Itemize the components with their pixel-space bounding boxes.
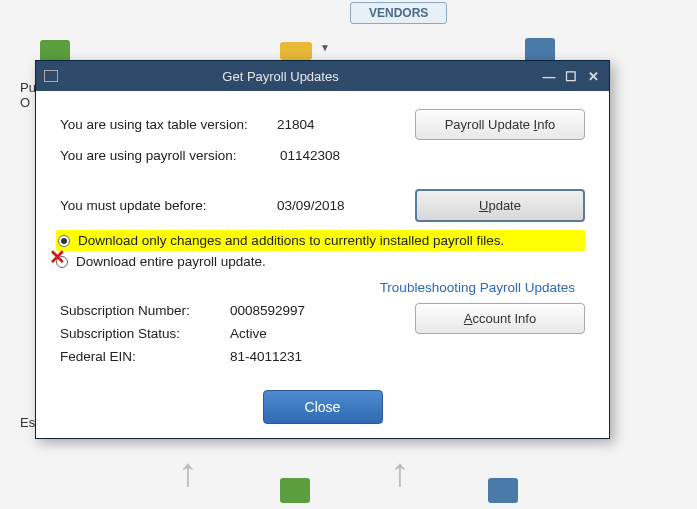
radio-download-changes[interactable]: Download only changes and additions to c…	[56, 230, 585, 251]
titlebar: Get Payroll Updates — ☐ ✕	[36, 61, 609, 91]
dialog-title: Get Payroll Updates	[66, 69, 535, 84]
must-update-value: 03/09/2018	[277, 198, 415, 213]
close-button[interactable]: Close	[263, 390, 383, 424]
radio-icon	[56, 256, 68, 268]
minimize-button[interactable]: —	[541, 69, 557, 84]
radio-download-entire[interactable]: Download entire payroll update.	[56, 251, 585, 272]
payroll-updates-dialog: Get Payroll Updates — ☐ ✕ You are using …	[35, 60, 610, 439]
radio-label: Download only changes and additions to c…	[78, 233, 504, 248]
bg-label: Pu	[20, 80, 36, 95]
maximize-button[interactable]: ☐	[563, 69, 579, 84]
tax-version-value: 21804	[277, 117, 415, 132]
federal-ein-value: 81-4011231	[230, 349, 415, 364]
ledger-icon	[280, 478, 310, 503]
subscription-status-value: Active	[230, 326, 415, 341]
federal-ein-label: Federal EIN:	[60, 349, 230, 364]
system-menu-icon[interactable]	[44, 70, 58, 82]
payroll-version-value: 01142308	[280, 148, 420, 163]
subscription-number-value: 0008592997	[230, 303, 415, 318]
update-button[interactable]: Update	[415, 189, 585, 222]
bg-label: O	[20, 95, 30, 110]
subscription-number-label: Subscription Number:	[60, 303, 230, 318]
radio-label: Download entire payroll update.	[76, 254, 266, 269]
chevron-down-icon[interactable]: ▼	[320, 42, 330, 53]
truck-icon	[280, 42, 312, 60]
payroll-version-label: You are using payroll version:	[60, 148, 280, 163]
tax-version-label: You are using tax table version:	[60, 117, 277, 132]
must-update-label: You must update before:	[60, 198, 277, 213]
radio-icon	[58, 235, 70, 247]
payroll-update-info-button[interactable]: Payroll Update Info	[415, 109, 585, 140]
close-x-button[interactable]: ✕	[585, 69, 601, 84]
bg-label: Es	[20, 415, 35, 430]
subscription-status-label: Subscription Status:	[60, 326, 230, 341]
vendors-tab[interactable]: VENDORS	[350, 2, 447, 24]
flow-arrow-icon: ↑	[178, 450, 198, 495]
printer-icon	[488, 478, 518, 503]
troubleshooting-link[interactable]: Troubleshooting Payroll Updates	[380, 280, 575, 295]
account-info-button[interactable]: Account Info	[415, 303, 585, 334]
flow-arrow-icon: ↑	[390, 450, 410, 495]
